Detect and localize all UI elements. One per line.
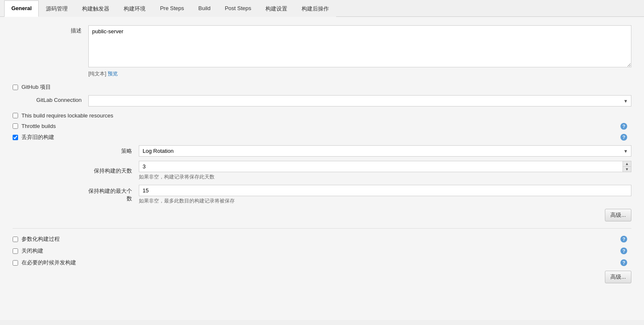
concurrent-build-label[interactable]: 在必要的时候并发构建: [21, 259, 76, 266]
lockable-resources-row: This build requires lockable resources: [13, 112, 631, 119]
keep-max-input[interactable]: [139, 185, 631, 196]
description-row: 描述 [纯文本] 预览: [13, 25, 631, 77]
strategy-control: Log Rotation ▼: [139, 145, 631, 157]
parametrize-row: 参数化构建过程 ?: [13, 235, 631, 243]
strategy-select[interactable]: Log Rotation: [139, 145, 631, 157]
discard-builds-row: 丢弃旧的构建 ?: [13, 133, 631, 141]
keep-days-spinner: ▲ ▼: [623, 161, 631, 172]
tab-settings[interactable]: 构建设置: [258, 0, 294, 17]
gitlab-select-wrap: ▼: [88, 95, 631, 107]
disable-build-row: 关闭构建 ?: [13, 247, 631, 255]
gitlab-connection-row: GitLab Connection ▼: [13, 95, 631, 107]
disable-build-label[interactable]: 关闭构建: [21, 247, 43, 255]
keep-days-input[interactable]: [139, 161, 631, 172]
keep-days-label: 保持构建的天数: [88, 167, 139, 175]
keep-max-row: 保持构建的最大个数 如果非空，最多此数目的构建记录将被保存: [88, 185, 631, 205]
keep-days-hint: 如果非空，构建记录将保存此天数: [139, 173, 631, 181]
lockable-resources-checkbox[interactable]: [13, 113, 18, 118]
gitlab-connection-control: ▼: [88, 95, 631, 107]
advanced-btn-row-1: 高级...: [88, 209, 631, 221]
tab-bar: General 源码管理 构建触发器 构建环境 Pre Steps Build …: [0, 0, 644, 17]
tab-env[interactable]: 构建环境: [117, 0, 153, 17]
preview-link[interactable]: 预览: [108, 71, 118, 77]
keep-days-down-btn[interactable]: ▼: [623, 167, 631, 172]
strategy-row: 策略 Log Rotation ▼: [88, 145, 631, 157]
gitlab-connection-label: GitLab Connection: [13, 95, 88, 103]
parametrize-help-icon[interactable]: ?: [620, 236, 627, 242]
lockable-resources-label[interactable]: This build requires lockable resources: [21, 112, 113, 119]
separator-1: [13, 228, 631, 229]
discard-builds-help-icon[interactable]: ?: [620, 134, 627, 141]
advanced-btn-row-2: 高级...: [13, 271, 631, 283]
strategy-section: 策略 Log Rotation ▼ 保持构建的天数 ▲ ▼: [88, 145, 631, 221]
github-project-row: GitHub 项目: [13, 83, 631, 91]
concurrent-build-help-icon[interactable]: ?: [620, 259, 627, 266]
keep-max-label: 保持构建的最大个数: [88, 187, 139, 202]
keep-max-control: 如果非空，最多此数目的构建记录将被保存: [139, 185, 631, 205]
gitlab-connection-select[interactable]: [88, 95, 631, 107]
discard-builds-checkbox[interactable]: [13, 135, 18, 140]
strategy-label: 策略: [88, 147, 139, 155]
tab-source[interactable]: 源码管理: [39, 0, 75, 17]
keep-max-hint: 如果非空，最多此数目的构建记录将被保存: [139, 197, 631, 205]
description-label: 描述: [13, 25, 88, 35]
tab-poststeps[interactable]: Post Steps: [217, 0, 258, 17]
strategy-select-wrap: Log Rotation ▼: [139, 145, 631, 157]
github-project-checkbox[interactable]: [13, 85, 18, 90]
plain-text-label: [纯文本]: [88, 71, 106, 77]
tab-general[interactable]: General: [4, 0, 39, 17]
advanced-button-2[interactable]: 高级...: [605, 271, 631, 283]
tab-postbuild[interactable]: 构建后操作: [294, 0, 336, 17]
tab-presteps[interactable]: Pre Steps: [153, 0, 191, 17]
content-area: 描述 [纯文本] 预览 GitHub 项目 GitLab Connection …: [0, 17, 644, 320]
throttle-builds-row: Throttle builds ?: [13, 123, 631, 129]
concurrent-build-checkbox[interactable]: [13, 260, 18, 266]
disable-build-help-icon[interactable]: ?: [620, 248, 627, 254]
keep-days-control: ▲ ▼ 如果非空，构建记录将保存此天数: [139, 161, 631, 181]
advanced-button-1[interactable]: 高级...: [605, 209, 631, 221]
tab-build[interactable]: Build: [191, 0, 218, 17]
throttle-builds-checkbox[interactable]: [13, 123, 18, 129]
description-textarea[interactable]: [88, 25, 631, 67]
github-project-label[interactable]: GitHub 项目: [21, 83, 51, 91]
description-control: [纯文本] 预览: [88, 25, 631, 77]
throttle-builds-help-icon[interactable]: ?: [620, 123, 627, 130]
text-links: [纯文本] 预览: [88, 70, 631, 77]
parametrize-checkbox[interactable]: [13, 237, 18, 242]
keep-days-row: 保持构建的天数 ▲ ▼ 如果非空，构建记录将保存此天数: [88, 161, 631, 181]
tab-trigger[interactable]: 构建触发器: [75, 0, 117, 17]
discard-builds-label[interactable]: 丢弃旧的构建: [21, 133, 54, 141]
keep-days-input-wrap: ▲ ▼: [139, 161, 631, 172]
concurrent-build-row: 在必要的时候并发构建 ?: [13, 259, 631, 266]
keep-days-up-btn[interactable]: ▲: [623, 161, 631, 167]
disable-build-checkbox[interactable]: [13, 248, 18, 254]
throttle-builds-label[interactable]: Throttle builds: [21, 123, 56, 129]
parametrize-label[interactable]: 参数化构建过程: [21, 235, 60, 243]
